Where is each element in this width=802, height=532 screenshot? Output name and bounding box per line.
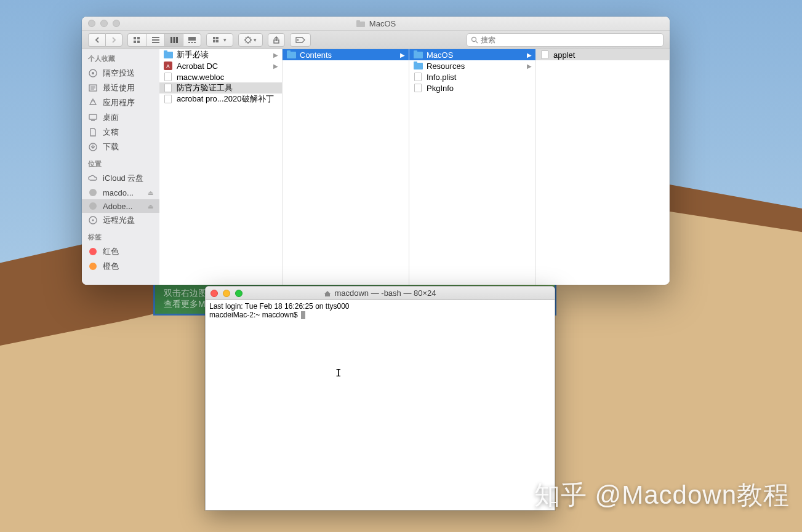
text-cursor-icon: I <box>335 369 342 378</box>
svg-rect-32 <box>89 114 97 119</box>
finder-title: MacOS <box>356 18 396 28</box>
sidebar-tag-red[interactable]: 红色 <box>82 244 159 259</box>
list-item[interactable]: Contents▶ <box>283 49 409 60</box>
file-icon <box>413 83 423 93</box>
downloads-icon <box>88 142 98 152</box>
airdrop-icon <box>88 68 98 78</box>
zoom-button[interactable] <box>113 20 120 27</box>
column-4: applet <box>536 49 670 285</box>
sidebar-item-remote[interactable]: 远程光盘 <box>82 213 159 228</box>
sidebar-item-downloads[interactable]: 下载 <box>82 140 159 154</box>
minimize-button[interactable] <box>100 20 108 27</box>
sidebar: 个人收藏 隔空投送 最近使用 应用程序 桌面 文稿 下载 位置 iCloud 云… <box>82 49 159 285</box>
icloud-icon <box>88 173 98 183</box>
terminal-line: Last login: Tue Feb 18 16:26:25 on ttys0… <box>209 302 551 311</box>
search-icon <box>471 36 478 44</box>
sidebar-tag-orange[interactable]: 橙色 <box>82 259 159 274</box>
list-item[interactable]: applet <box>536 49 669 60</box>
watermark-handle: @Macdown教程 <box>595 480 790 509</box>
svg-rect-4 <box>134 41 136 43</box>
arrange-button[interactable]: ▾ <box>206 33 233 47</box>
chevron-right-icon: ▶ <box>273 63 278 69</box>
forward-button[interactable] <box>105 33 122 47</box>
list-item[interactable]: PkgInfo <box>409 82 535 93</box>
disk-icon <box>88 188 98 197</box>
list-item[interactable]: MacOS▶ <box>409 49 535 60</box>
folder-icon <box>286 50 296 60</box>
column-2: Contents▶ <box>283 49 409 285</box>
svg-rect-14 <box>191 42 193 43</box>
applications-icon <box>88 98 98 108</box>
svg-rect-0 <box>356 22 365 27</box>
close-button[interactable] <box>88 20 95 27</box>
back-button[interactable] <box>88 33 105 47</box>
svg-rect-6 <box>152 37 159 38</box>
terminal-prompt: macdeiMac-2:~ macdown$ <box>209 311 300 319</box>
sidebar-tags-header: 标签 <box>82 228 159 244</box>
sidebar-item-airdrop[interactable]: 隔空投送 <box>82 66 159 81</box>
list-view-button[interactable] <box>146 33 164 47</box>
sidebar-item-disk2[interactable]: Adobe...⏏ <box>82 199 159 213</box>
chevron-right-icon: ▶ <box>400 52 405 58</box>
eject-icon[interactable]: ⏏ <box>148 189 153 196</box>
list-item[interactable]: acrobat pro...2020破解补丁 <box>159 93 282 105</box>
desktop-icon <box>88 113 98 122</box>
home-icon <box>324 290 331 297</box>
watermark-zhihu: 知乎 <box>534 480 587 509</box>
list-item[interactable]: 防官方验证工具 <box>159 82 282 93</box>
gallery-view-button[interactable] <box>183 33 201 47</box>
svg-rect-21 <box>274 40 279 43</box>
svg-rect-7 <box>152 39 159 41</box>
svg-rect-9 <box>170 37 172 43</box>
svg-point-35 <box>89 189 97 196</box>
search-field[interactable] <box>467 33 664 47</box>
finder-traffic-lights <box>88 20 120 27</box>
finder-titlebar[interactable]: MacOS <box>82 17 670 31</box>
sidebar-item-applications[interactable]: 应用程序 <box>82 95 159 110</box>
file-icon <box>163 83 173 93</box>
column-view-button[interactable] <box>164 33 183 47</box>
svg-rect-5 <box>137 41 140 43</box>
zoom-button[interactable] <box>235 290 243 297</box>
finder-toolbar: ▾ ▾ <box>82 31 670 49</box>
terminal-traffic-lights <box>211 290 243 297</box>
list-item[interactable]: macw.webloc <box>159 71 282 82</box>
svg-rect-11 <box>176 37 178 43</box>
svg-rect-16 <box>213 37 215 39</box>
list-item[interactable]: AAcrobat DC▶ <box>159 60 282 71</box>
share-button[interactable] <box>268 33 285 47</box>
svg-line-24 <box>476 41 478 43</box>
sidebar-item-desktop[interactable]: 桌面 <box>82 110 159 125</box>
list-item[interactable]: Info.plist <box>409 71 535 82</box>
documents-icon <box>88 127 98 137</box>
search-input[interactable] <box>481 36 659 44</box>
terminal-prompt-line: macdeiMac-2:~ macdown$ <box>209 311 551 319</box>
tags-button[interactable] <box>290 33 311 47</box>
minimize-button[interactable] <box>223 290 230 297</box>
action-button[interactable]: ▾ <box>238 33 263 47</box>
file-icon <box>163 94 173 104</box>
file-icon <box>540 50 550 60</box>
sidebar-item-recents[interactable]: 最近使用 <box>82 81 159 95</box>
nav-buttons <box>88 33 122 47</box>
app-icon: A <box>163 61 173 71</box>
sidebar-item-disk1[interactable]: macdo...⏏ <box>82 186 159 199</box>
sidebar-item-icloud[interactable]: iCloud 云盘 <box>82 171 159 186</box>
close-button[interactable] <box>211 290 218 297</box>
sidebar-item-documents[interactable]: 文稿 <box>82 125 159 140</box>
eject-icon[interactable]: ⏏ <box>148 203 153 210</box>
terminal-title: macdown — -bash — 80×24 <box>324 288 436 298</box>
column-3: MacOS▶ Resources▶ Info.plist PkgInfo <box>409 49 536 285</box>
svg-rect-12 <box>188 37 196 41</box>
icon-view-button[interactable] <box>127 33 146 47</box>
list-item[interactable]: 新手必读▶ <box>159 49 282 60</box>
list-item[interactable]: Resources▶ <box>409 60 535 71</box>
terminal-titlebar[interactable]: macdown — -bash — 80×24 <box>206 287 555 300</box>
terminal-body[interactable]: Last login: Tue Feb 18 16:26:25 on ttys0… <box>206 300 555 510</box>
tag-orange-icon <box>88 261 98 271</box>
watermark: 知乎 @Macdown教程 <box>534 478 790 512</box>
chevron-right-icon: ▶ <box>273 52 278 58</box>
tag-red-icon <box>88 247 98 256</box>
folder-icon <box>413 61 423 71</box>
view-switcher <box>127 33 201 47</box>
